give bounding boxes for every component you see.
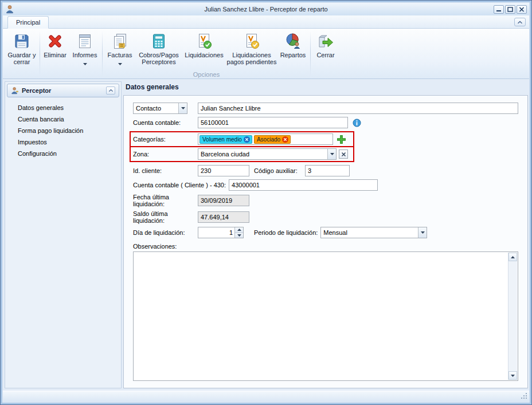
datos-generales-panel: Contacto Cuenta contable: xyxy=(123,95,528,388)
maximize-icon xyxy=(507,7,513,12)
observaciones-textarea[interactable] xyxy=(134,252,518,380)
categorias-field[interactable]: Volumen medio Asociado xyxy=(198,133,333,145)
remove-tag-icon[interactable] xyxy=(244,136,250,143)
form-row-cuenta-contable: Cuenta contable: xyxy=(133,117,518,128)
plus-icon xyxy=(337,135,346,144)
eliminar-button[interactable]: Eliminar xyxy=(41,30,69,71)
calculator-icon xyxy=(150,32,168,50)
tag-volumen-medio: Volumen medio xyxy=(200,135,252,144)
perceptor-person-icon xyxy=(11,86,19,95)
form-row-saldo-ultima: Saldo última liquidación: xyxy=(133,210,518,224)
form-row-id-cliente: Id. cliente: Código auxiliar: xyxy=(133,165,518,176)
zona-highlight-box: Zona: Barcelona ciudad xyxy=(130,146,354,162)
app-window: Julian Sanchez Llibre - Perceptor de rep… xyxy=(0,0,532,405)
guardar-y-cerrar-button[interactable]: Guardar y cerrar xyxy=(5,30,38,71)
title-bar: Julian Sanchez Llibre - Perceptor de rep… xyxy=(3,3,529,15)
id-cliente-field[interactable] xyxy=(198,165,249,176)
page-title: Datos generales xyxy=(123,79,528,94)
button-label: Cerrar xyxy=(316,52,334,58)
button-label: Guardar y cerrar xyxy=(5,52,38,65)
chevron-down-icon[interactable] xyxy=(178,103,187,113)
sidebar-item-configuracion[interactable]: Configuración xyxy=(5,148,121,159)
window-controls xyxy=(494,5,527,14)
button-label: Repartos xyxy=(280,52,306,58)
close-button[interactable] xyxy=(517,5,527,14)
cobros-pagos-perceptores-button[interactable]: Cobros/Pagos Perceptores xyxy=(136,30,182,71)
facturas-button[interactable]: Facturas xyxy=(104,30,136,71)
dia-liquidacion-input[interactable] xyxy=(198,227,234,238)
saldo-ultima-label: Saldo última liquidación: xyxy=(133,210,198,224)
saldo-ultima-field xyxy=(198,211,249,223)
settlements-check-icon xyxy=(195,32,213,50)
chevron-down-icon[interactable] xyxy=(418,227,427,238)
tag-label: Volumen medio xyxy=(202,136,242,143)
dropdown-arrow-icon xyxy=(118,60,122,66)
sidebar-collapse-button[interactable] xyxy=(106,86,115,95)
ribbon-separator xyxy=(40,31,40,76)
dia-liquidacion-label: Día de liquidación: xyxy=(133,229,198,236)
scroll-down-icon[interactable] xyxy=(508,371,517,380)
button-label: Liquidaciones pagos pendientes xyxy=(226,52,277,65)
cuenta-contable-cliente-label: Cuenta contable ( Cliente ) - 430: xyxy=(133,182,226,188)
button-label: Informes xyxy=(73,52,97,58)
form-row-dia-periodo: Día de liquidación: Periodo de liquidaci… xyxy=(133,227,518,238)
main-content: Datos generales Contacto xyxy=(123,79,528,388)
chevron-up-icon xyxy=(108,89,114,92)
contacto-selector[interactable]: Contacto xyxy=(133,103,187,114)
repartos-button[interactable]: Repartos xyxy=(277,30,309,71)
sidebar-item-cuenta-bancaria[interactable]: Cuenta bancaria xyxy=(5,113,121,125)
informes-button[interactable]: Informes xyxy=(69,30,101,71)
remove-tag-icon[interactable] xyxy=(282,136,288,143)
pending-settlements-icon xyxy=(242,32,261,50)
perceptor-header[interactable]: Perceptor xyxy=(7,84,119,97)
ribbon-toolbar: Guardar y cerrar Eliminar Informes xyxy=(3,29,529,79)
categorias-highlight-box: Categorías: Volumen medio Asociado xyxy=(130,131,354,147)
sidebar-title: Perceptor xyxy=(22,87,103,94)
add-category-button[interactable] xyxy=(337,135,346,144)
cuenta-contable-cliente-field[interactable] xyxy=(229,179,378,191)
codigo-auxiliar-field[interactable] xyxy=(305,165,350,176)
clear-zona-button[interactable] xyxy=(339,150,348,159)
liquidaciones-button[interactable]: Liquidaciones xyxy=(182,30,226,71)
sidebar-item-forma-pago-liquidacion[interactable]: Forma pago liquidación xyxy=(5,125,121,136)
minimize-button[interactable] xyxy=(494,5,504,14)
sidebar-item-datos-generales[interactable]: Datos generales xyxy=(5,102,121,113)
periodo-liquidacion-combo[interactable]: Mensual xyxy=(320,227,427,238)
fecha-ultima-label: Fecha última liquidación: xyxy=(133,194,198,207)
distribution-pie-icon xyxy=(284,32,302,50)
resize-grip[interactable] xyxy=(521,392,528,401)
form-row-contacto: Contacto xyxy=(133,103,518,114)
observaciones-box xyxy=(133,251,518,381)
vertical-scrollbar[interactable] xyxy=(508,253,517,380)
zona-combo[interactable]: Barcelona ciudad xyxy=(198,148,337,160)
scroll-up-icon[interactable] xyxy=(508,253,517,261)
ribbon-collapse-button[interactable] xyxy=(514,18,526,26)
liquidaciones-pagos-pendientes-button[interactable]: Liquidaciones pagos pendientes xyxy=(226,30,277,71)
periodo-liquidacion-label: Periodo de liquidación: xyxy=(254,229,318,236)
periodo-liquidacion-value: Mensual xyxy=(321,227,418,238)
spin-down-icon[interactable] xyxy=(235,233,243,238)
button-label: Cobros/Pagos Perceptores xyxy=(136,52,182,65)
x-icon xyxy=(341,152,346,157)
info-icon[interactable] xyxy=(353,119,361,127)
sidebar-nav: Datos generales Cuenta bancaria Forma pa… xyxy=(5,102,121,159)
zona-value: Barcelona ciudad xyxy=(198,149,327,159)
maximize-button[interactable] xyxy=(505,5,515,14)
status-bar xyxy=(3,391,529,402)
dia-liquidacion-stepper[interactable] xyxy=(198,227,244,238)
cuenta-contable-field[interactable] xyxy=(198,117,348,128)
minimize-icon xyxy=(496,7,502,12)
sidebar-item-impuestos[interactable]: Impuestos xyxy=(5,136,121,148)
chevron-down-icon[interactable] xyxy=(327,149,336,159)
form-row-cuenta-contable-cliente: Cuenta contable ( Cliente ) - 430: xyxy=(133,179,518,191)
button-label: Facturas xyxy=(108,52,132,58)
observaciones-label: Observaciones: xyxy=(133,243,518,250)
body-area: Perceptor Datos generales Cuenta bancari… xyxy=(3,79,529,391)
cerrar-button[interactable]: Cerrar xyxy=(312,30,339,71)
save-icon xyxy=(13,32,31,50)
contacto-value-field[interactable] xyxy=(198,103,518,114)
dropdown-arrow-icon xyxy=(83,60,87,66)
ribbon-separator xyxy=(310,31,311,76)
tab-principal[interactable]: Principal xyxy=(7,16,49,29)
spin-up-icon[interactable] xyxy=(235,227,243,233)
